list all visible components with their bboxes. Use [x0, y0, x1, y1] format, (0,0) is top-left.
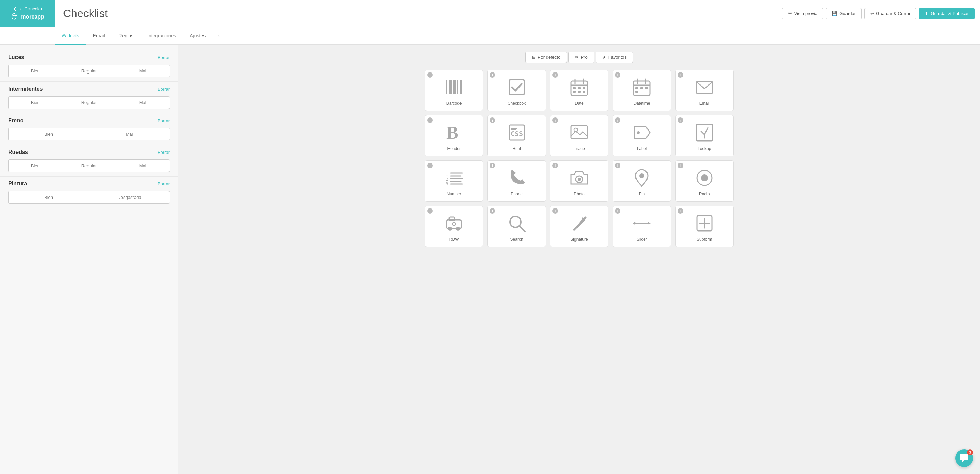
svg-point-55	[448, 227, 452, 231]
save-close-button[interactable]: ↩ Guardar & Cerrar	[864, 8, 916, 19]
widget-label[interactable]: i Label	[612, 115, 671, 156]
date-icon	[568, 76, 590, 98]
ruedas-bien[interactable]: Bien	[8, 160, 62, 172]
info-icon: i	[552, 208, 558, 214]
signature-label: Signature	[570, 237, 588, 242]
page-title-area: Checklist	[55, 7, 782, 20]
widget-number[interactable]: i 1 2 3 Number	[425, 160, 483, 202]
cancel-button[interactable]: ← Cancelar	[13, 6, 43, 11]
widget-image[interactable]: i Image	[550, 115, 608, 156]
widget-header[interactable]: i B Header	[425, 115, 483, 156]
widget-html[interactable]: i CSS Html	[487, 115, 546, 156]
freno-options: Bien Mal	[8, 128, 170, 140]
svg-rect-5	[453, 80, 455, 94]
filter-por-defecto[interactable]: ⊞ Por defecto	[525, 51, 567, 63]
topbar-actions: 👁 Vista previa 💾 Guardar ↩ Guardar & Cer…	[782, 8, 980, 19]
luces-mal[interactable]: Mal	[116, 65, 170, 77]
svg-rect-26	[640, 87, 643, 89]
tab-ajustes[interactable]: Ajustes	[183, 27, 212, 45]
svg-point-52	[701, 174, 708, 181]
luces-bien[interactable]: Bien	[8, 65, 62, 77]
borrar-freno-button[interactable]: Borrar	[158, 118, 170, 123]
widget-radio[interactable]: i Radio	[675, 160, 733, 202]
borrar-intermitentes-button[interactable]: Borrar	[158, 86, 170, 92]
borrar-pintura-button[interactable]: Borrar	[158, 181, 170, 187]
lookup-label: Lookup	[698, 146, 711, 151]
info-icon: i	[427, 72, 433, 78]
widget-subform[interactable]: i Subform	[675, 206, 733, 247]
info-icon: i	[678, 208, 683, 214]
svg-rect-20	[583, 91, 585, 93]
checkbox-label: Checkbox	[508, 101, 526, 106]
widget-phone[interactable]: i Phone	[487, 160, 546, 202]
tab-integraciones[interactable]: Integraciones	[140, 27, 183, 45]
borrar-luces-button[interactable]: Borrar	[158, 55, 170, 60]
svg-point-50	[639, 174, 644, 178]
widget-email[interactable]: i Email	[675, 70, 733, 111]
tab-email[interactable]: Email	[86, 27, 112, 45]
widget-checkbox[interactable]: i Checkbox	[487, 70, 546, 111]
widget-lookup[interactable]: i Lookup	[675, 115, 733, 156]
widget-datetime[interactable]: i Datetime	[612, 70, 671, 111]
image-icon	[568, 121, 590, 144]
filter-pro[interactable]: ✏ Pro	[568, 51, 594, 63]
svg-rect-17	[583, 87, 585, 89]
preview-button[interactable]: 👁 Vista previa	[782, 8, 824, 19]
date-label: Date	[575, 101, 583, 106]
tab-widgets[interactable]: Widgets	[55, 27, 86, 45]
page-title: Checklist	[63, 7, 108, 20]
widget-slider[interactable]: i Slider	[612, 206, 671, 247]
freno-bien[interactable]: Bien	[8, 128, 89, 140]
intermitentes-regular[interactable]: Regular	[62, 96, 116, 109]
widget-rdw[interactable]: i RDW	[425, 206, 483, 247]
svg-rect-3	[449, 80, 450, 94]
save-button[interactable]: 💾 Guardar	[826, 8, 862, 19]
info-icon: i	[427, 118, 433, 123]
collapse-nav-button[interactable]: ‹	[215, 33, 222, 39]
pintura-bien[interactable]: Bien	[8, 191, 89, 204]
chat-button[interactable]: 3	[955, 449, 973, 467]
widget-search[interactable]: i Search	[487, 206, 546, 247]
widget-pin[interactable]: i Pin	[612, 160, 671, 202]
section-pintura: Pintura Borrar Bien Desgastada	[0, 177, 178, 208]
filter-favoritos[interactable]: ★ Favoritos	[596, 51, 633, 63]
section-intermitentes-title: Intermitentes	[8, 86, 43, 92]
freno-mal[interactable]: Mal	[89, 128, 170, 140]
info-icon: i	[427, 208, 433, 214]
svg-point-56	[456, 227, 460, 231]
luces-regular[interactable]: Regular	[62, 65, 116, 77]
svg-rect-7	[457, 80, 458, 94]
search-label: Search	[510, 237, 523, 242]
intermitentes-mal[interactable]: Mal	[116, 96, 170, 109]
pin-label: Pin	[639, 192, 645, 196]
ruedas-mal[interactable]: Mal	[116, 160, 170, 172]
svg-rect-27	[645, 87, 648, 89]
borrar-ruedas-button[interactable]: Borrar	[158, 150, 170, 155]
svg-rect-16	[578, 87, 581, 89]
svg-rect-54	[449, 217, 455, 220]
tab-reglas[interactable]: Reglas	[112, 27, 141, 45]
info-icon: i	[615, 163, 620, 168]
sidebar-header: ← Cancelar moreapp	[0, 0, 55, 27]
grid-icon: ⊞	[532, 54, 536, 60]
info-icon: i	[678, 118, 683, 123]
filter-tabs: ⊞ Por defecto ✏ Pro ★ Favoritos	[187, 51, 972, 63]
svg-point-49	[578, 177, 581, 181]
widget-photo[interactable]: i Photo	[550, 160, 608, 202]
label-icon	[631, 121, 653, 144]
info-icon: i	[490, 118, 495, 123]
section-pintura-title: Pintura	[8, 181, 27, 187]
save-publish-button[interactable]: ⬆ Guardar & Publicar	[919, 8, 975, 19]
ruedas-regular[interactable]: Regular	[62, 160, 116, 172]
section-intermitentes: Intermitentes Borrar Bien Regular Mal	[0, 82, 178, 113]
widget-signature[interactable]: i Signature	[550, 206, 608, 247]
intermitentes-bien[interactable]: Bien	[8, 96, 62, 109]
widget-barcode[interactable]: i Barcode	[425, 70, 483, 111]
svg-marker-62	[634, 222, 638, 225]
pintura-desgastada[interactable]: Desgastada	[89, 191, 170, 204]
svg-rect-6	[455, 80, 456, 94]
widget-date[interactable]: i Date	[550, 70, 608, 111]
subform-label: Subform	[697, 237, 712, 242]
barcode-label: Barcode	[446, 101, 462, 106]
datetime-icon	[631, 76, 653, 98]
